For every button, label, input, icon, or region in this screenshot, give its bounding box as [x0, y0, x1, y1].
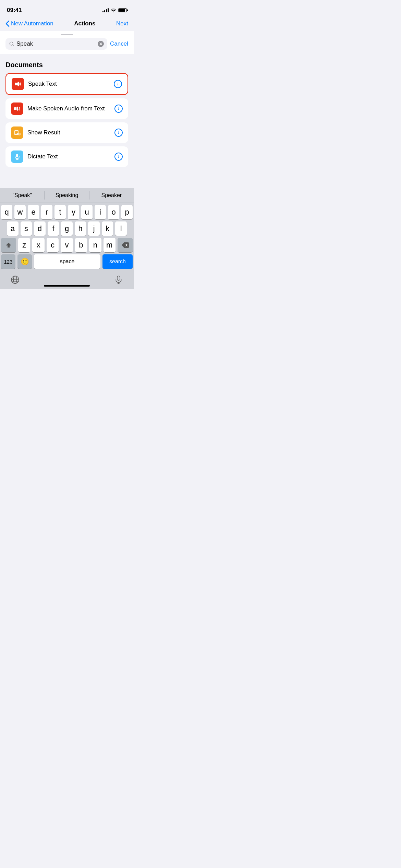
info-icon-2 [116, 106, 121, 111]
sheet-handle [61, 34, 73, 35]
svg-point-4 [118, 108, 119, 108]
search-input[interactable] [16, 40, 96, 47]
key-h[interactable]: h [75, 221, 86, 236]
home-indicator [44, 285, 90, 287]
key-p[interactable]: p [121, 205, 133, 219]
content-area: Documents Speak Text [0, 54, 134, 167]
search-key[interactable]: search [102, 254, 133, 269]
action-item-show-result[interactable]: Show Result [5, 122, 128, 143]
clear-button[interactable] [98, 41, 104, 47]
key-u[interactable]: u [81, 205, 93, 219]
cancel-button[interactable]: Cancel [110, 40, 128, 47]
suggestion-2[interactable]: Speaker [89, 188, 134, 203]
key-q[interactable]: q [1, 205, 12, 219]
svg-rect-11 [16, 154, 18, 157]
chevron-left-icon [5, 20, 10, 27]
delete-key[interactable] [118, 238, 133, 252]
battery-icon [118, 8, 127, 12]
signal-icon [102, 8, 109, 12]
key-f[interactable]: f [48, 221, 59, 236]
speaker-wave-icon [14, 80, 22, 88]
status-icons [102, 8, 127, 12]
next-button[interactable]: Next [116, 20, 128, 27]
space-key[interactable]: space [34, 254, 100, 269]
keyboard-row-1: q w e r t y u i o p [0, 203, 134, 219]
key-d[interactable]: d [34, 221, 46, 236]
globe-button[interactable] [8, 273, 22, 287]
key-t[interactable]: t [54, 205, 66, 219]
key-i[interactable]: i [95, 205, 106, 219]
svg-rect-15 [117, 276, 120, 280]
suggestion-1[interactable]: Speaking [45, 188, 89, 203]
svg-point-10 [118, 132, 119, 132]
microphone-button[interactable] [112, 273, 125, 287]
section-title: Documents [5, 61, 128, 69]
key-v[interactable]: v [61, 238, 73, 252]
dictate-text-info-button[interactable] [114, 153, 123, 161]
nav-header: New Automation Actions Next [0, 16, 134, 31]
show-result-label: Show Result [27, 129, 114, 136]
key-s[interactable]: s [21, 221, 32, 236]
svg-rect-3 [14, 107, 16, 110]
keyboard-bottom-row: 123 🙂 space search [0, 252, 134, 270]
action-item-speak-text[interactable]: Speak Text [5, 73, 128, 95]
emoji-key[interactable]: 🙂 [17, 254, 32, 269]
dictate-text-label: Dictate Text [27, 153, 114, 160]
key-y[interactable]: y [68, 205, 79, 219]
speaker-wave-icon-2 [13, 105, 21, 112]
shift-key[interactable] [1, 238, 16, 252]
action-item-dictate-text[interactable]: Dictate Text [5, 146, 128, 167]
key-e[interactable]: e [28, 205, 39, 219]
key-z[interactable]: z [18, 238, 30, 252]
clear-icon [99, 42, 102, 46]
key-j[interactable]: j [88, 221, 100, 236]
info-icon-3 [116, 130, 121, 135]
search-input-wrapper [5, 38, 107, 50]
suggestions-row: "Speak" Speaking Speaker [0, 188, 134, 203]
search-area: Cancel [0, 35, 134, 54]
key-n[interactable]: n [89, 238, 101, 252]
delete-icon [121, 242, 129, 248]
sheet-handle-area [0, 31, 134, 35]
svg-point-12 [118, 156, 119, 156]
key-o[interactable]: o [108, 205, 119, 219]
number-key[interactable]: 123 [1, 254, 15, 269]
speak-text-info-button[interactable] [114, 80, 122, 88]
make-spoken-audio-icon [11, 103, 23, 115]
key-m[interactable]: m [104, 238, 116, 252]
status-time: 09:41 [7, 7, 22, 14]
info-icon-4 [116, 154, 121, 159]
key-c[interactable]: c [47, 238, 59, 252]
key-l[interactable]: l [115, 221, 127, 236]
keyboard-row-2: a s d f g h j k l [0, 219, 134, 236]
key-a[interactable]: a [7, 221, 19, 236]
svg-rect-1 [15, 83, 17, 85]
show-result-icon [11, 126, 23, 139]
svg-rect-8 [15, 133, 17, 134]
microphone-icon [13, 153, 21, 160]
wifi-icon [111, 8, 116, 12]
info-icon [116, 82, 120, 86]
show-result-info-button[interactable] [114, 129, 123, 137]
page-title: Actions [74, 20, 95, 27]
make-spoken-audio-label: Make Spoken Audio from Text [27, 105, 114, 112]
suggestion-0[interactable]: "Speak" [0, 188, 44, 203]
svg-point-9 [18, 133, 20, 135]
make-spoken-audio-info-button[interactable] [114, 105, 123, 113]
svg-rect-7 [15, 132, 18, 133]
key-x[interactable]: x [32, 238, 44, 252]
key-g[interactable]: g [61, 221, 73, 236]
svg-point-2 [118, 83, 118, 84]
search-icon [9, 41, 14, 47]
speak-text-label: Speak Text [28, 81, 114, 87]
globe-icon [11, 275, 20, 284]
shift-icon [5, 242, 12, 249]
key-b[interactable]: b [75, 238, 87, 252]
key-k[interactable]: k [102, 221, 113, 236]
keyboard-row-3: z x c v b n m [0, 236, 134, 252]
back-button[interactable]: New Automation [5, 20, 53, 27]
action-item-make-spoken-audio[interactable]: Make Spoken Audio from Text [5, 98, 128, 119]
keyboard: "Speak" Speaking Speaker q w e r t y u i… [0, 188, 134, 289]
key-w[interactable]: w [14, 205, 26, 219]
key-r[interactable]: r [41, 205, 52, 219]
